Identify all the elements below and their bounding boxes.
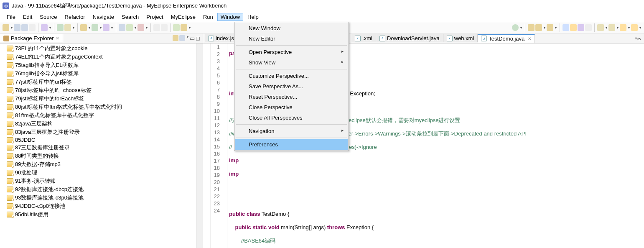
new-icon[interactable] — [3, 24, 9, 31]
menu-source[interactable]: Source — [36, 13, 60, 21]
fold-gutter[interactable] — [221, 43, 227, 248]
menu-myeclipse[interactable]: MyEclipse — [168, 13, 199, 21]
menu-help[interactable]: Help — [244, 13, 262, 21]
menu-item-close-all-perspectives[interactable]: Close All Perspectives — [235, 112, 348, 123]
project-item[interactable]: 74EL的11个内置对象之pageContext — [2, 53, 194, 61]
debug-icon[interactable] — [173, 24, 180, 31]
run-icon[interactable] — [512, 24, 519, 31]
nav-icon[interactable] — [597, 24, 604, 31]
project-label: 82java三层架构 — [15, 120, 53, 128]
menu-item-preferences[interactable]: Preferences — [235, 139, 348, 150]
project-item[interactable]: 91事务-演示转账 — [2, 177, 194, 185]
project-item[interactable]: 94JDBC-c3p0连接池 — [2, 202, 194, 210]
project-item[interactable]: 82java三层架构 — [2, 120, 194, 128]
save-all-icon[interactable] — [21, 24, 28, 31]
project-label: 93数据库连接池-c3p0连接池 — [15, 194, 84, 202]
bookmark-icon[interactable] — [578, 24, 584, 31]
project-item[interactable]: 78jstl标签库中的if、choose标签 — [2, 86, 194, 95]
line-number-gutter: 123456789101112131415161718192021222324 — [211, 43, 221, 248]
project-item[interactable]: 77jstl标签库中的url标签 — [2, 78, 194, 86]
deploy-icon[interactable] — [126, 24, 133, 31]
project-item[interactable]: 73EL的11个内置对象之cookie — [2, 44, 194, 53]
menu-item-customize-perspective-[interactable]: Customize Perspective... — [235, 71, 348, 81]
collapse-icon[interactable] — [173, 35, 178, 41]
tab-overflow[interactable]: »₆₅ — [631, 36, 644, 41]
new-package-icon[interactable] — [528, 24, 535, 31]
wizard2-icon[interactable] — [92, 24, 98, 31]
menu-item-open-perspective[interactable]: Open Perspective — [235, 47, 348, 57]
outline-icon[interactable] — [585, 24, 592, 31]
tool2-icon[interactable] — [161, 24, 168, 31]
browser-icon[interactable] — [57, 24, 64, 31]
editor-tab[interactable]: JDownloadServlet.java — [376, 34, 443, 42]
project-item[interactable]: 88时间类型的转换 — [2, 152, 194, 160]
menu-item-navigation[interactable]: Navigation — [235, 126, 348, 136]
nav2-icon[interactable] — [608, 24, 615, 31]
menu-navigate[interactable]: Navigate — [89, 13, 117, 21]
minimize-icon[interactable]: ▭ — [190, 35, 195, 41]
close-icon[interactable]: ✕ — [528, 36, 531, 41]
forward-icon[interactable] — [631, 24, 638, 31]
project-tree[interactable]: 73EL的11个内置对象之cookie74EL的11个内置对象之pageCont… — [0, 43, 196, 248]
project-item[interactable]: 93数据库连接池-c3p0连接池 — [2, 194, 194, 202]
menu-item-show-view[interactable]: Show View — [235, 57, 348, 68]
project-item[interactable]: 80jstl标签库中ftm格式化标签库中格式化时间 — [2, 103, 194, 111]
menu-search[interactable]: Search — [118, 13, 142, 21]
search-icon[interactable] — [563, 24, 569, 31]
tool-icon[interactable] — [153, 24, 160, 31]
project-item[interactable]: 87三层数据库注册登录 — [2, 143, 194, 152]
new-interface-icon[interactable] — [547, 24, 553, 31]
new-class-icon[interactable] — [535, 24, 542, 31]
view-menu-icon[interactable]: ▾ — [186, 35, 189, 41]
project-item[interactable]: 81ftm格式化标签库中格式化数字 — [2, 111, 194, 120]
project-item[interactable]: 92数据库连接池-dbcp连接池 — [2, 185, 194, 194]
menu-refactor[interactable]: Refactor — [61, 13, 89, 21]
project-label: 90批处理 — [15, 169, 37, 176]
run-icon[interactable] — [181, 24, 187, 31]
menu-run[interactable]: Run — [200, 13, 216, 21]
link-icon[interactable] — [179, 35, 185, 41]
project-label: 73EL的11个内置对象之cookie — [15, 45, 87, 52]
file-icon: x — [447, 36, 453, 41]
dropdown-icon[interactable]: ▾ — [10, 26, 13, 30]
save-icon[interactable] — [14, 24, 20, 31]
menu-project[interactable]: Project — [143, 13, 166, 21]
refresh-icon[interactable] — [64, 24, 71, 31]
menu-window[interactable]: Window — [217, 13, 243, 21]
maximize-icon[interactable]: ◻ — [196, 35, 200, 41]
project-label: 77jstl标签库中的url标签 — [15, 78, 72, 86]
project-folder-icon — [7, 79, 13, 85]
project-item[interactable]: 79jstl标签库中的forEach标签 — [2, 95, 194, 103]
perspective-icon[interactable] — [41, 24, 48, 31]
menu-file[interactable]: File — [3, 13, 19, 21]
menu-item-new-editor[interactable]: New Editor — [235, 33, 348, 44]
editor-tab[interactable]: xweb.xml — [443, 34, 478, 42]
server-icon[interactable] — [119, 24, 125, 31]
wizard-icon[interactable] — [80, 24, 87, 31]
menu-item-reset-perspective-[interactable]: Reset Perspective... — [235, 92, 348, 102]
project-item[interactable]: 76taglib指令导入jstl标签库 — [2, 69, 194, 78]
project-item[interactable]: 95dbUtils使用 — [2, 210, 194, 219]
project-label: 75taglib指令导入EL函数库 — [15, 61, 79, 69]
project-item[interactable]: 90批处理 — [2, 169, 194, 177]
back-icon[interactable] — [620, 24, 626, 31]
project-item[interactable]: 83java三层框架之注册登录 — [2, 128, 194, 136]
close-icon[interactable]: ✕ — [56, 36, 59, 41]
editor-tab[interactable]: JTestDemo.java✕ — [478, 34, 535, 43]
menu-edit[interactable]: Edit — [20, 13, 36, 21]
menu-item-new-window[interactable]: New Window — [235, 23, 348, 33]
editor-tab[interactable]: x.xml — [351, 34, 376, 42]
editor-tab[interactable]: Jindex.js — [205, 34, 238, 42]
project-item[interactable]: 75taglib指令导入EL函数库 — [2, 61, 194, 69]
highlight-icon[interactable] — [570, 24, 577, 31]
file-icon: x — [355, 36, 361, 41]
package-explorer-tab[interactable]: Package Explorer ✕ — [0, 34, 63, 42]
print-icon[interactable] — [29, 24, 36, 31]
project-item[interactable]: 89大数据-存储mp3 — [2, 160, 194, 169]
menu-item-save-perspective-as-[interactable]: Save Perspective As... — [235, 81, 348, 92]
scrollbar[interactable] — [196, 43, 203, 248]
menu-item-close-perspective[interactable]: Close Perspective — [235, 102, 348, 112]
stop-icon[interactable] — [137, 24, 144, 31]
project-item[interactable]: 85JDBC — [2, 136, 194, 143]
wizard3-icon[interactable] — [103, 24, 109, 31]
